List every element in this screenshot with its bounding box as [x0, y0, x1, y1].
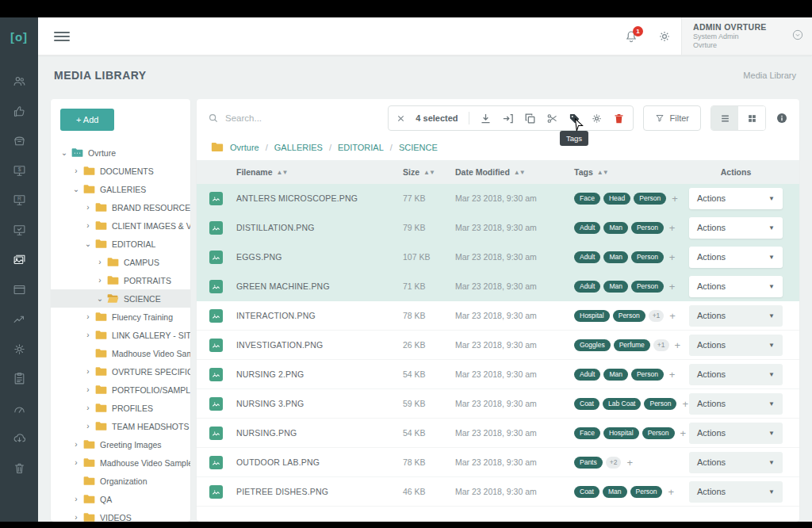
tag-pill[interactable]: Coat — [574, 486, 599, 498]
tag-pill[interactable]: Head — [603, 193, 630, 205]
add-tag-button[interactable]: + — [668, 486, 674, 498]
breadcrumb-link-galleries[interactable]: GALLERIES — [274, 143, 323, 152]
clear-selection-icon[interactable] — [396, 114, 405, 123]
actions-dropdown-button[interactable]: Actions▼ — [689, 188, 783, 209]
tag-pill[interactable]: Man — [603, 251, 628, 263]
gauge-icon[interactable] — [0, 394, 38, 424]
tag-pill[interactable]: Person — [642, 427, 675, 439]
grid-view-icon[interactable] — [738, 106, 765, 130]
chevron-right-icon[interactable]: › — [94, 276, 105, 285]
tree-item-portfolio-sample-wo[interactable]: ›PORTFOLIO/SAMPLE WO — [51, 381, 190, 399]
tag-pill[interactable]: Adult — [574, 222, 600, 234]
add-tag-button[interactable]: + — [626, 457, 633, 469]
tree-item-qa[interactable]: ›QA — [51, 490, 190, 508]
tag-pill[interactable]: Person — [631, 251, 664, 263]
tag-pill[interactable]: Person — [631, 281, 664, 293]
add-tag-button[interactable]: + — [672, 193, 678, 205]
tree-item-documents[interactable]: ›DOCUMENTS — [51, 162, 190, 180]
chevron-right-icon[interactable]: › — [71, 458, 82, 467]
chevron-right-icon[interactable]: › — [82, 221, 94, 230]
tree-item-madhouse-video-samples[interactable]: ›Madhouse Video Samples — [51, 453, 190, 472]
user-menu[interactable]: ADMIN OVRTURE System Admin Ovrture — [681, 17, 812, 55]
tag-pill[interactable]: Hospital — [603, 427, 639, 439]
file-name[interactable]: PIETREE DISHES.PNG — [236, 487, 403, 496]
table-row[interactable]: DISTILLATION.PNG79 KBMar 23 2018, 9:30 a… — [197, 213, 799, 243]
actions-dropdown-button[interactable]: Actions▼ — [689, 393, 783, 415]
info-icon[interactable] — [776, 112, 788, 124]
tag-pill[interactable]: Person — [631, 369, 664, 381]
chevron-down-circle-icon[interactable] — [791, 29, 804, 44]
tree-item-brand-resources[interactable]: ›BRAND RESOURCES — [51, 198, 190, 216]
tree-item-campus[interactable]: ›CAMPUS — [51, 253, 190, 271]
file-name[interactable]: OUTDOOR LAB.PNG — [236, 457, 403, 467]
media-library-icon[interactable] — [0, 245, 38, 275]
col-date[interactable]: Date Modified▲▼ — [455, 167, 574, 177]
tree-item-link-gallery-site-th[interactable]: ›LINK GALLERY - SITE TH — [51, 326, 190, 344]
breadcrumb-link-science[interactable]: SCIENCE — [399, 143, 438, 152]
tree-item-portraits[interactable]: ›PORTRAITS — [51, 271, 190, 289]
chevron-right-icon[interactable]: › — [82, 422, 94, 430]
delete-trash-icon[interactable] — [613, 113, 625, 124]
thumbs-up-icon[interactable] — [0, 97, 38, 127]
table-row[interactable]: INTERACTION.PNG78 KBMar 23 2018, 9:30 am… — [197, 301, 799, 331]
tags-icon[interactable]: Tags — [569, 113, 580, 124]
add-button[interactable]: + Add — [60, 109, 114, 131]
tag-pill[interactable]: Man — [603, 281, 628, 293]
tag-pill[interactable]: Man — [603, 369, 628, 381]
chevron-right-icon[interactable]: › — [94, 258, 105, 266]
tag-overflow-count[interactable]: +1 — [653, 339, 669, 351]
actions-dropdown-button[interactable]: Actions▼ — [689, 423, 783, 444]
tree-item-madhouse-video-sample[interactable]: Madhouse Video Sample — [51, 344, 190, 362]
actions-dropdown-button[interactable]: Actions▼ — [689, 276, 783, 297]
table-row[interactable]: EGGS.PNG107 KBMar 23 2018, 9:30 amAdultM… — [197, 243, 799, 272]
add-tag-button[interactable]: + — [669, 281, 676, 293]
file-name[interactable]: NURSING 2.PNG — [236, 369, 403, 379]
tag-pill[interactable]: Lab Coat — [603, 398, 642, 410]
actions-dropdown-button[interactable]: Actions▼ — [689, 452, 783, 473]
actions-dropdown-button[interactable]: Actions▼ — [689, 335, 783, 356]
filter-button[interactable]: Filter — [643, 105, 701, 131]
tree-item-ovrture-specific[interactable]: ›OVRTURE SPECIFIC — [51, 362, 190, 381]
analytics-icon[interactable] — [0, 304, 38, 335]
tag-pill[interactable]: Person — [634, 193, 666, 205]
tag-pill[interactable]: Adult — [574, 251, 600, 263]
chevron-right-icon[interactable]: › — [82, 312, 94, 321]
bulk-settings-gear-icon[interactable] — [591, 113, 603, 124]
file-name[interactable]: INTERACTION.PNG — [236, 311, 403, 320]
list-view-icon[interactable] — [711, 106, 738, 130]
tree-item-profiles[interactable]: ›PROFILES — [51, 399, 190, 417]
table-row[interactable]: NURSING.PNG54 KBMar 23 2018, 9:30 amFace… — [197, 419, 799, 448]
settings-gear-icon[interactable] — [648, 17, 681, 55]
chevron-right-icon[interactable]: › — [71, 513, 82, 522]
table-row[interactable]: GREEN MACHINE.PNG71 KBMar 23 2018, 9:30 … — [197, 272, 799, 301]
tag-pill[interactable]: Man — [603, 486, 627, 498]
tree-item-science[interactable]: ⌄SCIENCE — [51, 289, 190, 308]
chevron-right-icon[interactable]: › — [82, 404, 94, 412]
chevron-down-icon[interactable]: ⌄ — [82, 239, 94, 248]
window-icon[interactable] — [0, 275, 38, 305]
table-row[interactable]: ANTLERS MICROSCOPE.PNG77 KBMar 23 2018, … — [197, 184, 799, 213]
breadcrumb-link-editorial[interactable]: EDITORIAL — [338, 143, 384, 152]
tag-pill[interactable]: Perfume — [614, 339, 650, 351]
download-icon[interactable] — [480, 113, 492, 124]
tag-pill[interactable]: Hospital — [574, 310, 610, 322]
notes-icon[interactable] — [0, 364, 38, 394]
add-tag-button[interactable]: + — [669, 222, 676, 234]
copy-icon[interactable] — [524, 113, 536, 124]
table-row[interactable]: PIETREE DISHES.PNG46 KBMar 23 2018, 9:30… — [197, 477, 799, 507]
app-logo[interactable]: [o] — [0, 17, 38, 55]
chevron-right-icon[interactable]: › — [71, 440, 82, 449]
add-tag-button[interactable]: + — [669, 369, 676, 381]
monitor-dollar-icon[interactable]: $ — [0, 156, 38, 186]
chevron-right-icon[interactable]: › — [71, 495, 82, 503]
tree-item-editorial[interactable]: ⌄EDITORIAL — [51, 235, 190, 253]
tag-pill[interactable]: Person — [613, 310, 645, 322]
tag-pill[interactable]: Person — [631, 222, 664, 234]
table-row[interactable]: NURSING 2.PNG54 KBMar 23 2018, 9:30 amAd… — [197, 360, 799, 389]
monitor-report-icon[interactable]: R — [0, 186, 38, 216]
file-name[interactable]: NURSING.PNG — [236, 428, 403, 438]
tree-item-videos[interactable]: ›VIDEOS — [51, 508, 190, 522]
tag-pill[interactable]: Person — [644, 398, 676, 410]
tree-item-greeting-images[interactable]: ›Greeting Images — [51, 435, 190, 453]
tree-item-organization[interactable]: Organization — [51, 472, 190, 490]
